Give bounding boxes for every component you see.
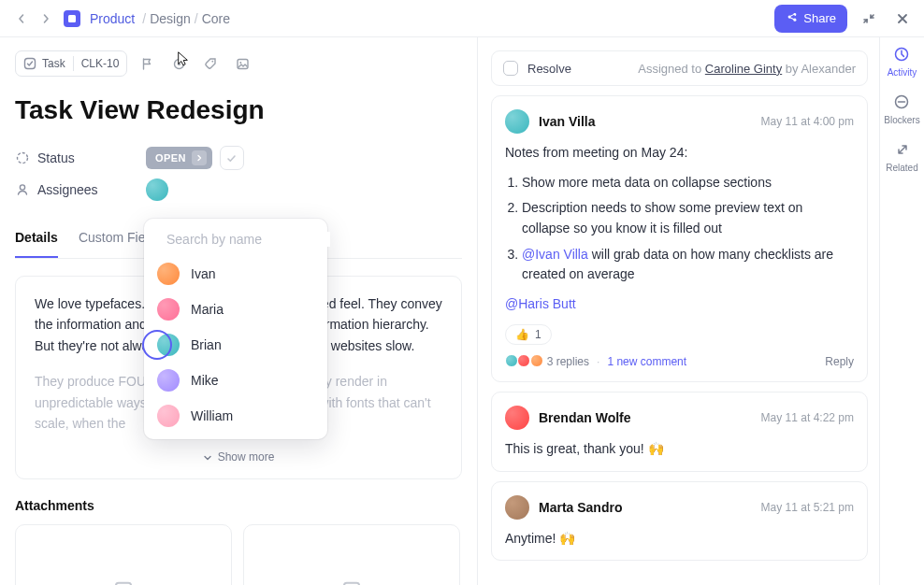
avatar xyxy=(157,298,180,321)
svg-point-4 xyxy=(211,60,213,62)
cursor-icon xyxy=(176,50,193,67)
assigned-prefix: Assigned to xyxy=(638,62,701,76)
comment-time: May 11 at 5:21 pm xyxy=(761,501,854,514)
nav-back-button[interactable] xyxy=(9,7,34,31)
new-comment-link[interactable]: 1 new comment xyxy=(607,355,686,368)
tab-custom-fields[interactable]: Custom Fie xyxy=(79,230,146,258)
close-button[interactable] xyxy=(890,7,915,31)
right-rail: Activity Blockers Related xyxy=(879,37,924,585)
svg-point-6 xyxy=(239,62,241,64)
breadcrumb: Product / Design / Core xyxy=(64,10,230,27)
comment-card: Marta Sandro May 11 at 5:21 pm Anytime! … xyxy=(491,481,868,562)
assignee-option-label: William xyxy=(191,408,233,423)
svg-point-7 xyxy=(18,153,28,164)
mention-link[interactable]: @Haris Butt xyxy=(505,296,576,311)
show-more-label: Show more xyxy=(218,449,275,466)
comment-author[interactable]: Brendan Wolfe xyxy=(539,410,631,425)
assignee-option-label: Brian xyxy=(191,337,222,352)
comment-card: Brendan Wolfe May 11 at 4:22 pm This is … xyxy=(491,392,868,472)
activity-icon xyxy=(892,45,911,64)
attachment-card[interactable] xyxy=(243,524,460,585)
tag-icon xyxy=(204,57,218,71)
assignee-option-william[interactable]: William xyxy=(144,398,327,434)
task-type-chip[interactable]: Task CLK-10 xyxy=(15,50,127,77)
rail-label: Related xyxy=(886,163,917,173)
topbar: Product / Design / Core Share xyxy=(0,0,924,37)
assignee-option-brian[interactable]: Brian xyxy=(144,327,327,363)
assignee-option-mike[interactable]: Mike xyxy=(144,363,327,398)
mini-avatar xyxy=(505,354,518,367)
flag-button[interactable] xyxy=(135,51,159,76)
avatar xyxy=(505,109,529,134)
assignee-option-label: Mike xyxy=(191,373,219,388)
assignee-popup: Ivan Maria Brian Mike William xyxy=(144,219,327,439)
status-value: OPEN xyxy=(155,152,186,164)
list-item: Description needs to show some preview t… xyxy=(522,198,854,238)
breadcrumb-design[interactable]: Design xyxy=(150,11,191,26)
list-item: @Ivan Villa will grab data on how many c… xyxy=(522,245,854,285)
breadcrumb-product[interactable]: Product xyxy=(90,11,135,26)
status-pill[interactable]: OPEN xyxy=(146,147,212,169)
assignee-option-label: Ivan xyxy=(191,266,215,281)
rail-related[interactable]: Related xyxy=(886,140,917,173)
reaction-pill[interactable]: 👍 1 xyxy=(505,324,552,345)
attachment-card[interactable] xyxy=(15,524,232,585)
image-placeholder-icon xyxy=(341,579,362,585)
reaction-emoji: 👍 xyxy=(515,328,529,341)
task-title[interactable]: Task View Redesign xyxy=(15,95,462,125)
task-type-label: Task xyxy=(42,57,65,70)
comment-time: May 11 at 4:00 pm xyxy=(761,115,854,128)
comment-author[interactable]: Marta Sandro xyxy=(539,500,622,515)
assigned-person[interactable]: Caroline Ginty xyxy=(705,62,782,76)
image-icon xyxy=(236,57,250,71)
svg-point-8 xyxy=(20,185,24,190)
assigned-by: by Alexander xyxy=(786,62,856,76)
share-label: Share xyxy=(803,11,836,25)
activity-panel: Resolve Assigned to Caroline Ginty by Al… xyxy=(478,37,879,585)
replies-count[interactable]: 3 replies xyxy=(547,355,589,368)
share-button[interactable]: Share xyxy=(774,5,847,33)
project-icon xyxy=(64,10,80,27)
comment-intro: Notes from meeting on May 24: xyxy=(505,143,854,164)
reply-button[interactable]: Reply xyxy=(825,355,854,368)
avatar xyxy=(505,406,529,430)
resolve-checkbox[interactable] xyxy=(503,61,518,76)
image-button[interactable] xyxy=(230,51,254,76)
status-icon xyxy=(15,150,30,165)
comment-author[interactable]: Ivan Villa xyxy=(539,114,595,129)
rail-label: Blockers xyxy=(884,115,919,125)
assignee-option-maria[interactable]: Maria xyxy=(144,292,327,327)
nav-forward-button[interactable] xyxy=(34,7,58,31)
task-id: CLK-10 xyxy=(81,57,120,70)
rail-blockers[interactable]: Blockers xyxy=(884,93,919,125)
avatar xyxy=(505,495,529,520)
avatar xyxy=(157,263,180,285)
task-check-icon xyxy=(23,57,36,70)
resolve-label[interactable]: Resolve xyxy=(527,62,571,76)
tag-button[interactable] xyxy=(198,51,223,76)
person-icon xyxy=(15,182,30,197)
breadcrumb-core[interactable]: Core xyxy=(202,11,230,26)
assignee-search-input[interactable] xyxy=(166,232,330,247)
show-more-button[interactable]: Show more xyxy=(35,449,442,466)
status-label: Status xyxy=(37,150,75,165)
comment-card: Ivan Villa May 11 at 4:00 pm Notes from … xyxy=(491,95,868,382)
assignee-avatar[interactable] xyxy=(146,178,168,201)
rail-label: Activity xyxy=(888,67,917,78)
svg-rect-0 xyxy=(68,15,76,22)
collapse-button[interactable] xyxy=(857,7,881,31)
attachments-row xyxy=(15,524,462,585)
attachments-heading: Attachments xyxy=(15,498,462,513)
avatar xyxy=(157,405,180,427)
mention-link[interactable]: @Ivan Villa xyxy=(522,247,588,262)
complete-check-button[interactable] xyxy=(220,146,244,170)
main-panel: Task CLK-10 Task View Redesign Status xyxy=(0,37,477,585)
rail-activity[interactable]: Activity xyxy=(888,45,917,78)
assignees-label: Assignees xyxy=(37,182,98,197)
assignee-option-ivan[interactable]: Ivan xyxy=(144,256,327,292)
flag-icon xyxy=(140,57,154,71)
comment-time: May 11 at 4:22 pm xyxy=(761,411,854,424)
mini-avatar xyxy=(530,354,543,367)
share-icon xyxy=(786,12,798,24)
tab-details[interactable]: Details xyxy=(15,230,58,258)
